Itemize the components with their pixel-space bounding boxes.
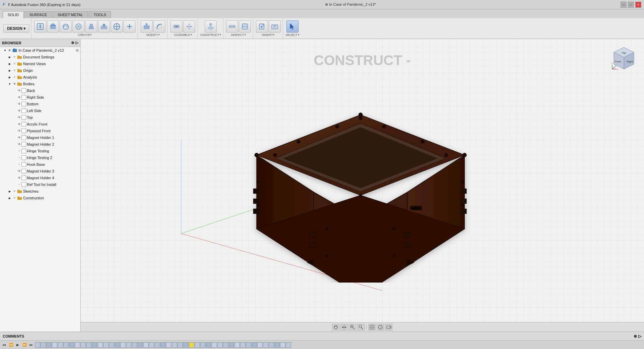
timeline-item-9[interactable] xyxy=(86,342,92,348)
timeline-item-31[interactable] xyxy=(212,342,217,348)
select-tool[interactable] xyxy=(286,20,299,33)
timeline-item-15[interactable] xyxy=(120,342,126,348)
viewport[interactable]: CONSTRUCT - xyxy=(80,39,644,332)
viewport-display-mode[interactable] xyxy=(368,324,376,331)
browser-bodies[interactable]: ▼ 👁 Bodies xyxy=(0,81,80,87)
hb-checkbox[interactable] xyxy=(21,162,26,167)
timeline-item-0[interactable] xyxy=(35,342,40,348)
right-side-checkbox[interactable] xyxy=(21,95,26,100)
origin-arrow[interactable]: ▶ xyxy=(7,67,12,74)
timeline-item-38[interactable] xyxy=(252,342,257,348)
viewport-orbit[interactable] xyxy=(332,324,339,331)
left-side-eye[interactable]: 👁 xyxy=(17,107,21,114)
timeline-item-26[interactable] xyxy=(183,342,189,348)
timeline-item-14[interactable] xyxy=(115,342,120,348)
body-hinge-testing-2[interactable]: ▶ 👁 Hinge Testing 2 xyxy=(0,154,80,161)
timeline-play[interactable]: ▶ xyxy=(15,342,21,348)
doc-settings-eye[interactable]: 👁 xyxy=(12,54,17,60)
construct-plane[interactable] xyxy=(205,20,217,33)
rt-eye[interactable]: 👁 xyxy=(17,181,21,188)
timeline-end[interactable]: ⏭ xyxy=(28,342,34,348)
timeline-item-35[interactable] xyxy=(234,342,240,348)
timeline-item-8[interactable] xyxy=(80,342,86,348)
ht2-eye[interactable]: 👁 xyxy=(17,154,21,161)
mh1-checkbox[interactable] xyxy=(21,135,26,140)
mh4-checkbox[interactable] xyxy=(21,176,26,180)
assemble-joint[interactable] xyxy=(170,20,182,33)
plywood-front-eye[interactable]: 👁 xyxy=(17,128,21,134)
timeline-item-37[interactable] xyxy=(246,342,251,348)
bodies-eye[interactable]: 👁 xyxy=(12,81,17,87)
hb-eye[interactable]: 👁 xyxy=(17,161,21,168)
timeline-start[interactable]: ⏮ xyxy=(1,342,7,348)
timeline-item-22[interactable] xyxy=(160,342,166,348)
plywood-front-checkbox[interactable] xyxy=(21,129,26,133)
browser-pin-icon[interactable]: ⊕ xyxy=(71,41,74,45)
sketches-arrow[interactable]: ▶ xyxy=(7,188,12,195)
body-magnet-holder-3[interactable]: ▶ 👁 Magnet Holder 3 xyxy=(0,168,80,174)
tab-tools[interactable]: TOOLS xyxy=(89,11,111,18)
ht-checkbox[interactable] xyxy=(21,149,26,153)
ht-eye[interactable]: 👁 xyxy=(17,148,21,154)
timeline-item-28[interactable] xyxy=(195,342,200,348)
timeline-item-25[interactable] xyxy=(177,342,183,348)
comments-pin-icon[interactable]: ⊕ xyxy=(634,334,637,339)
mh4-eye[interactable]: 👁 xyxy=(17,174,21,181)
viewport-camera[interactable] xyxy=(385,324,392,331)
create-sweep[interactable] xyxy=(72,20,85,33)
timeline-item-30[interactable] xyxy=(206,342,211,348)
design-button[interactable]: DESIGN ▾ xyxy=(3,24,29,33)
timeline-item-2[interactable] xyxy=(46,342,52,348)
maximize-button[interactable]: □ xyxy=(628,2,634,8)
create-loft[interactable] xyxy=(85,20,97,33)
acrylic-front-checkbox[interactable] xyxy=(21,122,26,127)
viewport-zoom[interactable] xyxy=(349,324,356,331)
top-eye[interactable]: 👁 xyxy=(17,114,21,121)
insert-insert[interactable] xyxy=(256,20,268,33)
close-button[interactable]: ✕ xyxy=(635,2,641,8)
timeline-item-33[interactable] xyxy=(223,342,228,348)
body-acrylic-front[interactable]: ▶ 👁 Acrylic Front xyxy=(0,121,80,128)
browser-expand-icon[interactable]: ▷ xyxy=(75,41,78,45)
modify-press-pull[interactable] xyxy=(141,20,153,33)
timeline-item-18[interactable] xyxy=(138,342,143,348)
mh3-checkbox[interactable] xyxy=(21,169,26,173)
viewport-pan[interactable] xyxy=(340,324,348,331)
tab-solid[interactable]: SOLID xyxy=(3,11,24,18)
mh2-eye[interactable]: 👁 xyxy=(17,141,21,148)
named-views-arrow[interactable]: ▶ xyxy=(7,60,12,67)
left-side-checkbox[interactable] xyxy=(21,108,26,113)
timeline-item-6[interactable] xyxy=(69,342,74,348)
timeline-item-13[interactable] xyxy=(109,342,114,348)
timeline-item-40[interactable] xyxy=(263,342,268,348)
insert-decal[interactable] xyxy=(269,20,281,33)
timeline-item-16[interactable] xyxy=(126,342,131,348)
browser-doc-settings[interactable]: ▶ 👁 Document Settings xyxy=(0,54,80,60)
timeline-item-11[interactable] xyxy=(98,342,103,348)
back-checkbox[interactable] xyxy=(21,88,26,93)
browser-origin[interactable]: ▶ 👁 Origin xyxy=(0,67,80,74)
mh1-eye[interactable]: 👁 xyxy=(17,134,21,141)
timeline-item-19[interactable] xyxy=(143,342,149,348)
assemble-move[interactable] xyxy=(183,20,195,33)
timeline-item-39[interactable] xyxy=(257,342,263,348)
body-plywood-front[interactable]: ▶ 👁 Plywood Front xyxy=(0,128,80,134)
create-new-component[interactable] xyxy=(34,20,46,33)
body-bottom[interactable]: ▶ 👁 Bottom xyxy=(0,101,80,107)
viewport-zoom-window[interactable] xyxy=(357,324,365,331)
body-hinge-testing[interactable]: ▶ 👁 Hinge Testing xyxy=(0,148,80,154)
construction-eye[interactable]: 👁 xyxy=(12,195,17,201)
browser-construction[interactable]: ▶ 👁 Construction xyxy=(0,195,80,201)
bottom-checkbox[interactable] xyxy=(21,102,26,106)
ht2-checkbox[interactable] xyxy=(21,155,26,160)
body-magnet-holder-1[interactable]: ▶ 👁 Magnet Holder 1 xyxy=(0,134,80,141)
create-revolve[interactable] xyxy=(60,20,72,33)
timeline-item-27[interactable] xyxy=(189,342,194,348)
modify-fillet[interactable] xyxy=(153,20,165,33)
construction-arrow[interactable]: ▶ xyxy=(7,195,12,201)
timeline-item-21[interactable] xyxy=(155,342,160,348)
origin-eye[interactable]: 👁 xyxy=(12,67,17,74)
timeline-item-43[interactable] xyxy=(280,342,285,348)
timeline-item-23[interactable] xyxy=(166,342,171,348)
tab-surface[interactable]: SURFACE xyxy=(24,11,52,18)
